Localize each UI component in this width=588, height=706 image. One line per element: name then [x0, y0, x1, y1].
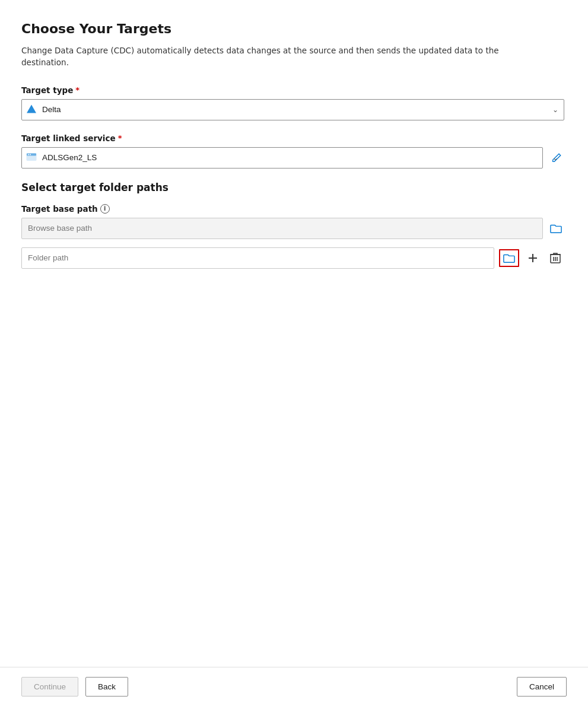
folder-paths-heading: Select target folder paths: [21, 182, 564, 193]
page-description: Change Data Capture (CDC) automatically …: [21, 44, 538, 69]
target-type-select-wrapper: Delta Parquet CSV ⌄: [21, 99, 564, 120]
page-title: Choose Your Targets: [21, 21, 564, 36]
footer-left-buttons: Continue Back: [21, 677, 128, 697]
folder-paths-section: Select target folder paths Target base p…: [21, 182, 564, 269]
browse-folder-path-button[interactable]: [499, 249, 519, 267]
target-type-label: Target type *: [21, 85, 564, 95]
cancel-button[interactable]: Cancel: [517, 677, 567, 697]
back-button[interactable]: Back: [85, 677, 128, 697]
required-indicator: *: [75, 85, 80, 94]
delete-folder-path-button[interactable]: [546, 250, 564, 266]
target-linked-service-label: Target linked service *: [21, 133, 564, 143]
target-linked-service-section: Target linked service * ADLSGen2_LS ⌄: [21, 133, 564, 168]
browse-base-path-button[interactable]: [548, 220, 564, 237]
edit-linked-service-button[interactable]: [549, 150, 564, 166]
info-icon[interactable]: i: [100, 204, 110, 214]
base-path-row: [21, 218, 564, 239]
required-indicator-2: *: [118, 133, 122, 142]
target-type-select[interactable]: Delta Parquet CSV: [21, 99, 564, 120]
continue-button: Continue: [21, 677, 78, 697]
target-linked-service-select[interactable]: ADLSGen2_LS: [21, 147, 543, 168]
folder-path-row: [21, 247, 564, 269]
base-path-input[interactable]: [21, 218, 543, 239]
target-type-section: Target type * Delta Parquet CSV ⌄: [21, 85, 564, 120]
folder-path-input[interactable]: [21, 247, 494, 269]
footer: Continue Back Cancel: [0, 667, 588, 706]
target-linked-service-select-wrapper: ADLSGen2_LS ⌄: [21, 147, 564, 168]
add-folder-path-button[interactable]: [524, 250, 542, 266]
target-base-path-label: Target base path i: [21, 204, 564, 214]
